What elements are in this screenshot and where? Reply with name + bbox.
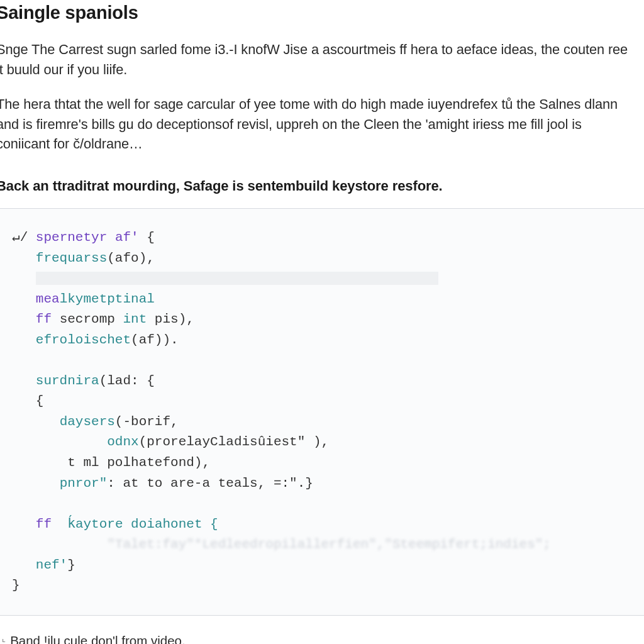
code-line: nef'} (12, 555, 632, 576)
footnote-text: Band !ilų cule don'l from video. (10, 633, 186, 644)
intro-paragraph-2: The hera thtat the well for sage carcula… (0, 94, 629, 154)
code-line: surdnira(lad: { (12, 371, 632, 392)
code-line: daysers(-borif, (12, 412, 632, 433)
code-line: pnror": at to are-a teals, =:".} (12, 474, 632, 494)
code-line: { (12, 391, 632, 412)
code-line: efroloischet(af)). (12, 330, 632, 351)
code-line: ↵/ spernetyr af' { (12, 228, 632, 248)
code-highlight-line (36, 272, 438, 285)
section-subheading: Back an ttraditrat mourding, Safage is s… (0, 178, 644, 194)
code-line (12, 350, 632, 371)
code-line: ff ḱaytore doiahonet { (12, 514, 632, 535)
footnote-marker-icon: ᴸ (1, 637, 6, 644)
code-line (12, 269, 632, 289)
code-line: mealkymetptinal (12, 289, 632, 310)
code-block: ↵/ spernetyr af' { frequarss(afo), mealk… (0, 208, 644, 616)
code-line: t ml polhatefond), (12, 453, 632, 474)
code-line: } (12, 575, 632, 596)
footnote: ᴸ Band !ilų cule don'l from video. (1, 633, 644, 644)
code-line: ff secromp int pis), (12, 309, 632, 330)
code-line: odnx(prorelayCladisûiest" ), (12, 432, 632, 453)
code-line: frequarss(afo), (12, 248, 632, 269)
intro-paragraph-1: Snge The Carrest sugn sarled fome i3.-I … (0, 40, 629, 79)
page-title: Saingle spaniols (0, 3, 644, 23)
code-line: "Talet:fay"*Ledleedropilallerfien","Stee… (12, 535, 632, 555)
code-line (12, 494, 632, 514)
